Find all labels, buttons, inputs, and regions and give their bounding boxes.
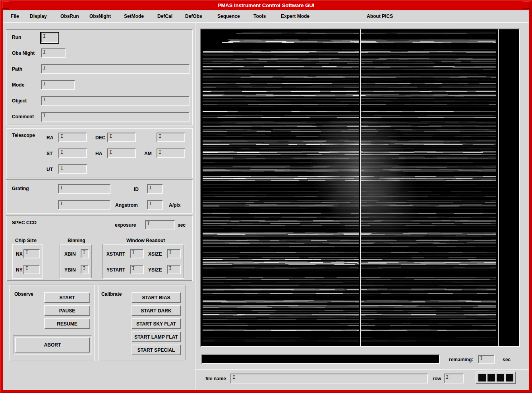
spec-ccd-title: SPEC CCD bbox=[12, 220, 37, 225]
start-bias-button[interactable]: START BIAS bbox=[132, 292, 181, 303]
text-cursor-icon: I bbox=[480, 356, 483, 362]
menu-obsnight[interactable]: ObsNight bbox=[89, 13, 111, 19]
main-content: File Display ObsRun ObsNight SetMode Def… bbox=[3, 10, 529, 390]
obs-night-input[interactable]: I bbox=[41, 48, 66, 58]
text-cursor-icon: I bbox=[83, 266, 85, 272]
text-cursor-icon: I bbox=[60, 134, 63, 139]
grating-wavelength-input[interactable]: I bbox=[58, 200, 110, 210]
app-window: PMAS Instrument Control Software GUI Fil… bbox=[0, 0, 532, 393]
menu-about-pics[interactable]: About PICS bbox=[367, 13, 393, 19]
ccd-image-display bbox=[201, 29, 519, 346]
start-special-button[interactable]: START SPECIAL bbox=[132, 345, 181, 355]
menu-tools[interactable]: Tools bbox=[253, 13, 266, 19]
xbin-input[interactable]: I bbox=[81, 249, 89, 258]
angstrom-label: Angstrom bbox=[115, 202, 138, 208]
window-title: PMAS Instrument Control Software GUI bbox=[218, 2, 314, 8]
observe-start-button[interactable]: START bbox=[44, 292, 90, 303]
ut-input[interactable]: I bbox=[58, 164, 87, 174]
indicator-square bbox=[478, 374, 486, 381]
mode-input[interactable]: I bbox=[41, 80, 75, 90]
dec-label: DEC bbox=[95, 135, 105, 141]
abort-button[interactable]: ABORT bbox=[15, 337, 90, 353]
text-cursor-icon: I bbox=[149, 185, 152, 191]
st-input[interactable]: I bbox=[58, 148, 87, 158]
run-input[interactable]: I bbox=[41, 33, 58, 43]
apix-label: A/pix bbox=[169, 202, 180, 208]
menu-bar: File Display ObsRun ObsNight SetMode Def… bbox=[3, 10, 529, 22]
ystart-input[interactable]: I bbox=[130, 265, 144, 274]
path-input[interactable]: I bbox=[41, 64, 190, 74]
ra-input[interactable]: I bbox=[58, 133, 87, 142]
text-cursor-icon: I bbox=[169, 266, 172, 272]
text-cursor-icon: I bbox=[169, 250, 172, 256]
start-sky-flat-button[interactable]: START SKY FLAT bbox=[132, 318, 181, 329]
indicator-square bbox=[488, 374, 495, 381]
indicator-square bbox=[497, 374, 504, 381]
menu-sequence[interactable]: Sequence bbox=[217, 13, 240, 19]
xbin-label: XBIN bbox=[64, 251, 76, 257]
ut-label: UT bbox=[46, 167, 53, 172]
grating-title: Grating bbox=[12, 186, 29, 191]
indicator-square bbox=[506, 374, 513, 381]
nx-input[interactable]: I bbox=[23, 249, 40, 258]
xsize-label: XSIZE bbox=[148, 251, 162, 257]
dec-input[interactable]: I bbox=[107, 133, 136, 142]
text-cursor-icon: I bbox=[43, 97, 46, 103]
ysize-input[interactable]: I bbox=[167, 265, 181, 274]
chip-size-label: Chip Size bbox=[15, 238, 37, 243]
menu-display[interactable]: Display bbox=[30, 13, 47, 19]
panel-separator bbox=[195, 23, 195, 390]
start-lamp-flat-button[interactable]: START LAMP FLAT bbox=[132, 331, 181, 342]
row-input[interactable]: I bbox=[444, 374, 464, 383]
ra-label: RA bbox=[46, 135, 53, 141]
path-label: Path bbox=[12, 66, 22, 72]
text-cursor-icon: I bbox=[159, 134, 161, 139]
ybin-input[interactable]: I bbox=[81, 265, 89, 274]
exposure-sec-label: sec bbox=[178, 222, 186, 228]
grating-id-input[interactable]: I bbox=[147, 184, 163, 194]
menu-expert-mode[interactable]: Expert Mode bbox=[281, 13, 310, 19]
window-maximize-button[interactable] bbox=[523, 2, 530, 9]
text-cursor-icon: I bbox=[446, 375, 449, 380]
grating-name-input[interactable]: I bbox=[58, 184, 110, 194]
xsize-input[interactable]: I bbox=[167, 249, 181, 258]
menu-defcal[interactable]: DefCal bbox=[157, 13, 172, 19]
menu-defobs[interactable]: DefObs bbox=[185, 13, 202, 19]
telescope-aux-input[interactable]: I bbox=[157, 133, 185, 142]
ybin-label: YBIN bbox=[64, 267, 76, 273]
object-input[interactable]: I bbox=[41, 96, 190, 106]
nx-label: NX bbox=[16, 251, 23, 257]
observe-pause-button[interactable]: PAUSE bbox=[44, 305, 90, 316]
comment-input[interactable]: I bbox=[41, 112, 190, 122]
exposure-input[interactable]: I bbox=[145, 220, 175, 229]
window-menu-button[interactable] bbox=[2, 2, 9, 9]
remaining-sec-label: sec bbox=[503, 357, 511, 362]
text-cursor-icon: I bbox=[43, 50, 46, 55]
xstart-input[interactable]: I bbox=[130, 249, 144, 258]
menu-file[interactable]: File bbox=[11, 13, 19, 19]
title-bar[interactable]: PMAS Instrument Control Software GUI bbox=[2, 1, 530, 10]
text-cursor-icon: I bbox=[109, 134, 112, 139]
text-cursor-icon: I bbox=[25, 250, 28, 256]
ccd-image-frame bbox=[200, 29, 520, 347]
text-cursor-icon: I bbox=[43, 113, 46, 119]
grating-dispersion-input[interactable]: I bbox=[147, 200, 163, 210]
window-readout-label: Window Readout bbox=[126, 238, 165, 243]
menu-obsrun[interactable]: ObsRun bbox=[60, 13, 79, 19]
menu-setmode[interactable]: SetMode bbox=[124, 13, 144, 19]
text-cursor-icon: I bbox=[43, 34, 46, 39]
file-name-input[interactable]: I bbox=[230, 374, 428, 383]
text-cursor-icon: I bbox=[132, 250, 135, 256]
start-dark-button[interactable]: START DARK bbox=[132, 305, 181, 316]
ystart-label: YSTART bbox=[106, 267, 125, 273]
ny-input[interactable]: I bbox=[23, 265, 40, 274]
menu-separator bbox=[3, 22, 529, 23]
text-cursor-icon: I bbox=[232, 375, 235, 380]
indicator-squares bbox=[476, 372, 516, 384]
mode-label: Mode bbox=[12, 82, 24, 88]
observe-resume-button[interactable]: RESUME bbox=[44, 318, 90, 329]
am-input[interactable]: I bbox=[157, 148, 185, 158]
ha-input[interactable]: I bbox=[107, 148, 136, 158]
ysize-label: YSIZE bbox=[148, 267, 162, 273]
remaining-input[interactable]: I bbox=[478, 355, 495, 364]
